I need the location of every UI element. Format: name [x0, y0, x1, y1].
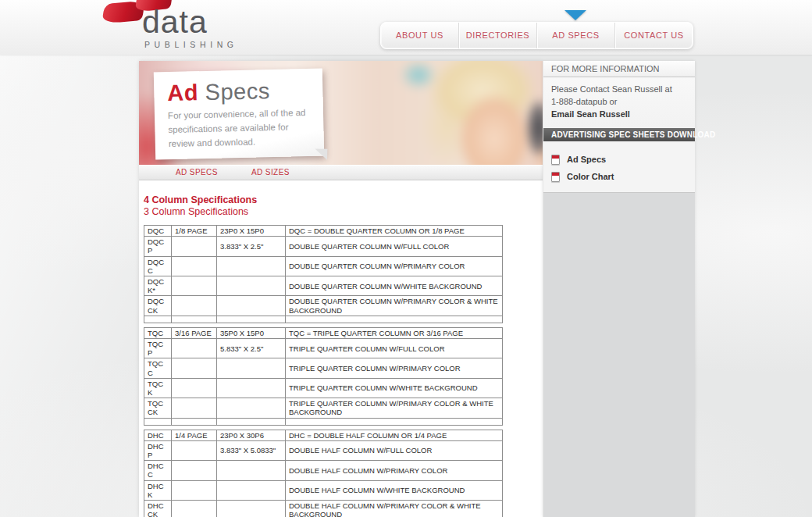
table-cell [217, 461, 286, 480]
table-cell [172, 296, 217, 316]
spec-table-dqc: DQC1/8 PAGE23P0 X 15P0DQC = DOUBLE QUART… [144, 225, 503, 323]
content-area: 4 Column Specifications 3 Column Specifi… [139, 180, 543, 517]
table-cell: 3.833" X 5.0833" [217, 440, 286, 460]
nav-item-directories[interactable]: DIRECTORIES [458, 23, 536, 48]
table-cell: DQCP [144, 237, 172, 256]
pdf-document-icon [551, 172, 560, 182]
spec-table-tqc: TQC3/16 PAGE35P0 X 15P0TQC = TRIPLE QUAR… [144, 327, 503, 426]
table-cell [172, 276, 217, 296]
table-cell: TQCC [144, 358, 172, 378]
table-row: TQCP5.833" X 2.5"TRIPLE QUARTER COLUMN W… [144, 339, 503, 358]
table-cell [172, 358, 217, 378]
hero-banner: Ad Specs For your convenience, all of th… [139, 61, 543, 165]
main-content: Ad Specs For your convenience, all of th… [139, 61, 543, 517]
table-row: DHC1/4 PAGE23P0 X 30P6DHC = DOUBLE HALF … [144, 430, 503, 440]
page-description: For your convenience, all of the ad spec… [168, 106, 312, 152]
email-contact-link[interactable]: Email Sean Russell [551, 109, 687, 121]
table-row: DQC1/8 PAGE23P0 X 15P0DQC = DOUBLE QUART… [144, 226, 503, 237]
table-cell: DHC = DOUBLE HALF COLUMN OR 1/4 PAGE [286, 430, 503, 440]
table-cell: TQCCK [144, 398, 172, 418]
table-cell: DHCK [144, 480, 172, 500]
top-navigation: ABOUT US DIRECTORIES AD SPECS CONTACT US [380, 22, 693, 49]
table-cell [217, 276, 286, 296]
table-cell [217, 378, 286, 398]
table-cell: 1/4 PAGE [172, 430, 217, 440]
table-cell: TRIPLE QUARTER COLUMN W/PRIMARY COLOR & … [286, 398, 503, 418]
table-row: TQCCKTRIPLE QUARTER COLUMN W/PRIMARY COL… [144, 398, 503, 418]
table-cell [144, 418, 172, 425]
table-cell [217, 316, 286, 323]
table-cell: DQCK* [144, 276, 172, 296]
table-cell: DHCCK [144, 501, 172, 517]
table-cell: 3/16 PAGE [172, 327, 217, 338]
nav-item-about-us[interactable]: ABOUT US [381, 23, 458, 48]
table-cell [217, 296, 286, 316]
download-color-chart[interactable]: Color Chart [551, 172, 687, 182]
sidebar-downloads: Ad Specs Color Chart [543, 141, 695, 193]
table-cell: TQC = TRIPLE QUARTER COLUMN OR 3/16 PAGE [286, 327, 503, 338]
download-label: Ad Specs [567, 155, 606, 164]
logo-tagline: PUBLISHING [144, 40, 238, 49]
page-title-rest: Specs [198, 78, 270, 105]
table-cell: DQCC [144, 256, 172, 276]
logo[interactable]: data PUBLISHING [86, 0, 289, 55]
link-4-column-specifications[interactable]: 4 Column Specifications [144, 194, 543, 206]
table-cell: DOUBLE HALF COLUMN W/PRIMARY COLOR [286, 461, 503, 480]
table-cell: TRIPLE QUARTER COLUMN W/WHITE BACKGROUND [286, 378, 503, 398]
hero-card: Ad Specs For your convenience, all of th… [154, 69, 324, 160]
contact-line-1: Please Contact Sean Russell at [551, 84, 672, 94]
table-cell [172, 237, 217, 256]
table-row: TQCCTRIPLE QUARTER COLUMN W/PRIMARY COLO… [144, 358, 503, 378]
table-cell: DQC [144, 226, 172, 237]
table-cell [172, 378, 217, 398]
table-cell: DHCC [144, 461, 172, 480]
table-cell [144, 316, 172, 323]
table-cell [172, 461, 217, 480]
active-nav-arrow-icon [564, 10, 586, 20]
table-row: DHCKDOUBLE HALF COLUMN W/WHITE BACKGROUN… [144, 480, 503, 500]
table-cell [217, 256, 286, 276]
table-cell: TRIPLE QUARTER COLUMN W/FULL COLOR [286, 339, 503, 358]
table-cell: DHC [144, 430, 172, 440]
sidebar-info-header: FOR MORE INFORMATION [543, 61, 695, 77]
page-title: Ad Specs [167, 79, 323, 105]
table-cell [172, 339, 217, 358]
table-cell: DOUBLE HALF COLUMN W/WHITE BACKGROUND [286, 480, 503, 500]
table-cell: DOUBLE QUARTER COLUMN W/WHITE BACKGROUND [286, 276, 503, 296]
table-cell: DOUBLE QUARTER COLUMN W/PRIMARY COLOR [286, 256, 503, 276]
table-cell: 23P0 X 30P6 [217, 430, 286, 440]
table-row [144, 418, 503, 425]
table-row: DQCK*DOUBLE QUARTER COLUMN W/WHITE BACKG… [144, 276, 503, 296]
table-row: TQC3/16 PAGE35P0 X 15P0TQC = TRIPLE QUAR… [144, 327, 503, 338]
spec-table-dhc: DHC1/4 PAGE23P0 X 30P6DHC = DOUBLE HALF … [144, 430, 503, 517]
tab-ad-sizes[interactable]: AD SIZES [251, 166, 290, 180]
table-cell: 3.833" X 2.5" [217, 237, 286, 256]
table-row: DHCCKDOUBLE HALF COLUMN W/PRIMARY COLOR … [144, 501, 503, 517]
page-title-accent: Ad [167, 80, 198, 105]
table-cell: DQCCK [144, 296, 172, 316]
table-cell [286, 316, 503, 323]
table-cell [286, 418, 503, 425]
table-cell [172, 480, 217, 500]
logo-wordmark: data [142, 6, 208, 38]
table-cell [172, 398, 217, 418]
table-cell: DOUBLE QUARTER COLUMN W/FULL COLOR [286, 237, 503, 256]
table-row: DQCCKDOUBLE QUARTER COLUMN W/PRIMARY COL… [144, 296, 503, 316]
table-cell [172, 501, 217, 517]
tab-ad-specs[interactable]: AD SPECS [176, 166, 218, 180]
table-cell [217, 398, 286, 418]
table-cell [217, 501, 286, 517]
table-row: DHCCDOUBLE HALF COLUMN W/PRIMARY COLOR [144, 461, 503, 480]
table-cell: DOUBLE QUARTER COLUMN W/PRIMARY COLOR & … [286, 296, 503, 316]
table-cell: DOUBLE HALF COLUMN W/PRIMARY COLOR & WHI… [286, 501, 503, 517]
table-cell [172, 440, 217, 460]
nav-item-ad-specs[interactable]: AD SPECS [536, 23, 614, 48]
download-label: Color Chart [567, 172, 614, 181]
download-ad-specs[interactable]: Ad Specs [551, 155, 687, 165]
table-cell [217, 480, 286, 500]
sidebar: FOR MORE INFORMATION Please Contact Sean… [543, 61, 695, 517]
contact-line-2: 1-888-datapub or [551, 97, 617, 106]
nav-item-contact-us[interactable]: CONTACT US [614, 23, 693, 48]
table-row: DQCCDOUBLE QUARTER COLUMN W/PRIMARY COLO… [144, 256, 503, 276]
link-3-column-specifications[interactable]: 3 Column Specifications [144, 206, 543, 218]
